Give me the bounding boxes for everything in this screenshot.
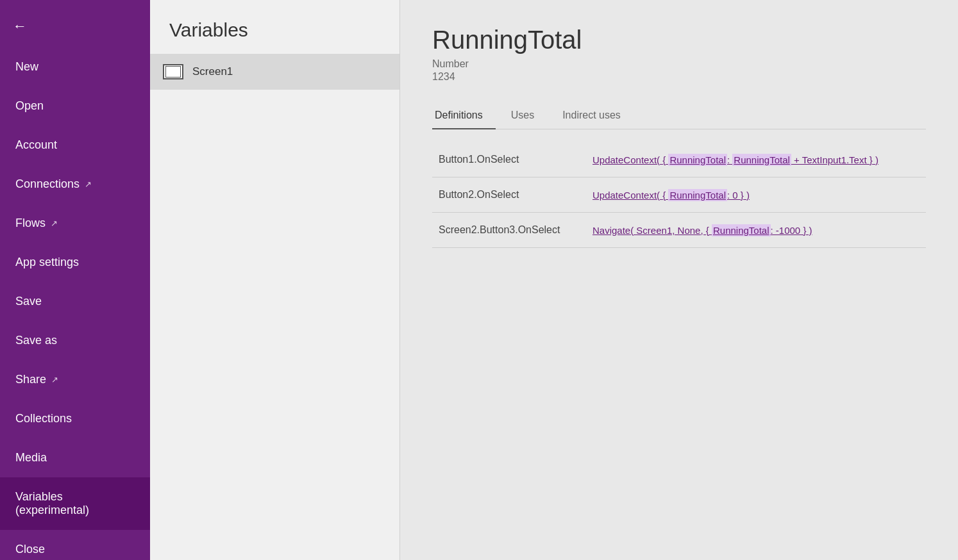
tabs-container: DefinitionsUsesIndirect uses bbox=[432, 102, 926, 129]
variable-value: 1234 bbox=[432, 71, 926, 83]
highlight-span: RunningTotal bbox=[668, 154, 727, 166]
variable-type: Number bbox=[432, 58, 926, 70]
screen-name: Screen1 bbox=[192, 65, 233, 78]
highlight-span: RunningTotal bbox=[668, 189, 727, 201]
definition-name: Screen2.Button3.OnSelect bbox=[439, 224, 580, 236]
sidebar-item-media[interactable]: Media bbox=[0, 438, 150, 477]
sidebar-item-variables[interactable]: Variables (experimental) bbox=[0, 477, 150, 530]
panel-title: Variables bbox=[150, 0, 399, 54]
sidebar-item-label: New bbox=[15, 60, 38, 74]
sidebar-item-label: Variables (experimental) bbox=[15, 490, 135, 517]
sidebar-item-flows[interactable]: Flows↗ bbox=[0, 204, 150, 243]
back-button[interactable]: ← bbox=[0, 0, 150, 47]
sidebar-item-collections[interactable]: Collections bbox=[0, 399, 150, 438]
external-link-icon: ↗ bbox=[85, 179, 92, 189]
sidebar-item-close[interactable]: Close bbox=[0, 530, 150, 560]
tab-indirect-uses[interactable]: Indirect uses bbox=[560, 102, 634, 129]
main-content: RunningTotal Number 1234 DefinitionsUses… bbox=[400, 0, 958, 560]
external-link-icon: ↗ bbox=[51, 375, 58, 384]
sidebar-item-new[interactable]: New bbox=[0, 47, 150, 86]
sidebar-item-label: Flows bbox=[15, 217, 46, 230]
tab-uses[interactable]: Uses bbox=[508, 102, 547, 129]
sidebar-item-label: Collections bbox=[15, 412, 72, 425]
sidebar-item-label: Share bbox=[15, 373, 46, 386]
definition-row: Screen2.Button3.OnSelectNavigate( Screen… bbox=[432, 213, 926, 248]
sidebar-item-label: Close bbox=[15, 543, 45, 556]
back-arrow-icon: ← bbox=[13, 18, 27, 35]
sidebar-item-label: Open bbox=[15, 99, 44, 113]
sidebar: ← NewOpenAccountConnections↗Flows↗App se… bbox=[0, 0, 150, 560]
sidebar-item-share[interactable]: Share↗ bbox=[0, 360, 150, 399]
variable-title: RunningTotal bbox=[432, 26, 926, 54]
external-link-icon: ↗ bbox=[51, 218, 58, 228]
tab-definitions[interactable]: Definitions bbox=[432, 102, 496, 129]
definition-row: Button1.OnSelectUpdateContext( { Running… bbox=[432, 142, 926, 177]
sidebar-item-app-settings[interactable]: App settings bbox=[0, 243, 150, 282]
screen-list: Screen1 bbox=[150, 54, 399, 90]
definition-name: Button2.OnSelect bbox=[439, 189, 580, 201]
sidebar-item-label: Media bbox=[15, 451, 47, 465]
sidebar-item-label: Account bbox=[15, 138, 57, 152]
sidebar-item-save[interactable]: Save bbox=[0, 282, 150, 321]
definition-formula[interactable]: Navigate( Screen1, None, { RunningTotal:… bbox=[592, 225, 812, 236]
sidebar-nav: NewOpenAccountConnections↗Flows↗App sett… bbox=[0, 47, 150, 560]
sidebar-item-account[interactable]: Account bbox=[0, 126, 150, 165]
definitions-table: Button1.OnSelectUpdateContext( { Running… bbox=[432, 142, 926, 248]
sidebar-item-save-as[interactable]: Save as bbox=[0, 321, 150, 360]
screen-item[interactable]: Screen1 bbox=[150, 54, 399, 90]
sidebar-item-label: App settings bbox=[15, 256, 79, 269]
sidebar-item-label: Save bbox=[15, 295, 42, 308]
sidebar-item-open[interactable]: Open bbox=[0, 86, 150, 126]
sidebar-item-connections[interactable]: Connections↗ bbox=[0, 165, 150, 204]
highlight-span: RunningTotal bbox=[732, 154, 791, 166]
highlight-span: RunningTotal bbox=[712, 224, 771, 236]
definition-row: Button2.OnSelectUpdateContext( { Running… bbox=[432, 177, 926, 213]
definition-formula[interactable]: UpdateContext( { RunningTotal: RunningTo… bbox=[592, 154, 878, 165]
screen-icon bbox=[163, 64, 183, 79]
middle-panel: Variables Screen1 bbox=[150, 0, 400, 560]
sidebar-item-label: Save as bbox=[15, 334, 57, 347]
definition-formula[interactable]: UpdateContext( { RunningTotal: 0 } ) bbox=[592, 190, 750, 201]
screen-icon-inner bbox=[165, 66, 181, 78]
definition-name: Button1.OnSelect bbox=[439, 154, 580, 165]
sidebar-item-label: Connections bbox=[15, 177, 80, 191]
